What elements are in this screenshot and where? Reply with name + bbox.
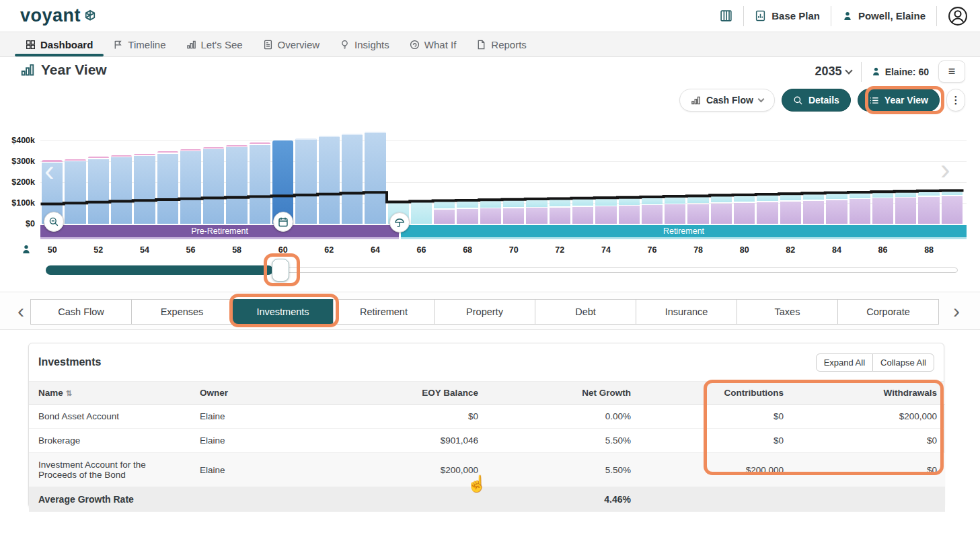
collapse-all-button[interactable]: Collapse All xyxy=(872,353,934,372)
year-slider[interactable] xyxy=(46,263,958,277)
category-tab-investments[interactable]: Investments xyxy=(232,299,334,325)
slider-fill xyxy=(46,265,273,275)
nav-tab-what-if[interactable]: What If xyxy=(410,32,457,56)
y-axis-label: $100k xyxy=(3,198,35,208)
category-tab-insurance[interactable]: Insurance xyxy=(636,299,737,325)
chevron-down-icon xyxy=(845,67,852,74)
bar-chart-icon xyxy=(691,95,701,106)
zoom-out-button[interactable] xyxy=(44,212,64,232)
category-tab-debt[interactable]: Debt xyxy=(535,299,636,325)
category-tab-strip: ‹ Cash FlowExpensesInvestmentsRetirement… xyxy=(0,292,980,330)
library-icon[interactable] xyxy=(720,9,732,22)
age-tick-54: 54 xyxy=(140,245,149,255)
page-title: Year View xyxy=(41,62,107,78)
tabs-scroll-right-icon[interactable]: › xyxy=(945,298,968,325)
col-name[interactable]: Name⇅ xyxy=(29,382,190,405)
age-tick-70: 70 xyxy=(509,245,519,255)
nav-tab-insights[interactable]: Insights xyxy=(340,32,389,56)
col-eoy-balance[interactable]: EOY Balance xyxy=(338,382,486,405)
category-tabs: Cash FlowExpensesInvestmentsRetirementPr… xyxy=(30,299,939,325)
cell-withdrawals: $0 xyxy=(792,453,945,487)
nav-tab-label: Overview xyxy=(278,39,320,50)
header-divider xyxy=(743,6,744,26)
selected-year-marker[interactable] xyxy=(273,212,293,232)
cell-withdrawals: $0 xyxy=(792,429,945,453)
page-title-row: Year View xyxy=(20,62,107,78)
details-label: Details xyxy=(808,95,839,106)
avatar-icon[interactable] xyxy=(948,6,968,26)
more-options-button[interactable]: ⋮ xyxy=(946,89,965,112)
nav-tab-label: What If xyxy=(424,39,457,50)
dashboard-icon xyxy=(26,40,36,50)
col-net-growth[interactable]: Net Growth xyxy=(486,382,639,405)
age-tick-88: 88 xyxy=(924,245,934,255)
pre-retirement-band: Pre-Retirement xyxy=(40,225,399,239)
tabs-scroll-left-icon[interactable]: ‹ xyxy=(9,298,32,325)
category-tab-property[interactable]: Property xyxy=(434,299,535,325)
nav-tab-dashboard[interactable]: Dashboard xyxy=(26,32,93,56)
investment-row[interactable]: Brokerage Elaine $901,046 5.50% $0 $0 xyxy=(29,429,945,453)
category-tab-retirement[interactable]: Retirement xyxy=(333,299,435,325)
year-view-button[interactable]: Year View xyxy=(858,89,940,112)
nav-tab-overview[interactable]: Overview xyxy=(263,32,320,56)
year-view-label: Year View xyxy=(884,95,928,106)
col-contributions[interactable]: Contributions xyxy=(639,382,792,405)
nav-tab-label: Dashboard xyxy=(40,39,93,50)
retirement-marker[interactable] xyxy=(389,212,410,233)
cell-contributions: $200,000 xyxy=(639,453,792,487)
col-owner[interactable]: Owner xyxy=(190,382,338,405)
y-axis-label: $300k xyxy=(3,157,35,166)
base-plan-button[interactable]: Base Plan xyxy=(755,10,820,22)
insights-icon xyxy=(340,40,350,50)
cell-owner: Elaine xyxy=(190,429,338,453)
category-tab-cash-flow[interactable]: Cash Flow xyxy=(30,299,132,325)
chart-type-label: Cash Flow xyxy=(706,95,753,106)
chart-scroll-left-icon[interactable]: ‹ xyxy=(44,156,54,185)
cell-contributions: $0 xyxy=(639,429,792,453)
nav-tab-label: Reports xyxy=(491,39,527,50)
age-axis: 5052545658606264666870727476788082848688 xyxy=(0,245,980,256)
cell-net-growth: 0.00% xyxy=(486,405,639,429)
total-line-series xyxy=(40,126,967,227)
person-icon xyxy=(21,244,32,255)
investment-row[interactable]: Investment Account for the Proceeds of t… xyxy=(29,453,945,487)
average-growth-row: Average Growth Rate 4.46% xyxy=(29,487,945,512)
category-tab-taxes[interactable]: Taxes xyxy=(737,299,838,325)
age-tick-52: 52 xyxy=(93,245,103,255)
title-divider xyxy=(861,62,862,82)
nav-tab-label: Insights xyxy=(354,39,389,50)
user-name-label: Powell, Elaine xyxy=(858,10,926,22)
chart-menu-button[interactable]: ≡ xyxy=(938,60,965,83)
year-selector-value: 2035 xyxy=(815,65,842,79)
expand-all-button[interactable]: Expand All xyxy=(816,353,873,372)
reports-icon xyxy=(476,40,486,50)
cell-net-growth: 5.50% xyxy=(486,453,639,487)
search-icon xyxy=(793,95,803,106)
header-divider xyxy=(936,6,937,26)
card-title: Investments xyxy=(38,356,101,368)
nav-tab-reports[interactable]: Reports xyxy=(476,32,527,56)
y-axis-label: $200k xyxy=(3,177,35,187)
retirement-band: Retirement xyxy=(401,225,967,239)
age-tick-58: 58 xyxy=(232,245,241,255)
age-tick-64: 64 xyxy=(371,245,380,255)
category-tab-expenses[interactable]: Expenses xyxy=(131,299,233,325)
details-button[interactable]: Details xyxy=(782,89,851,112)
nav-tab-let-s-see[interactable]: Let's See xyxy=(186,32,243,56)
col-withdrawals[interactable]: Withdrawals xyxy=(792,382,945,405)
umbrella-icon xyxy=(394,217,405,228)
timeline-chart[interactable]: ‹ › Pre-Retirement Retirement $0$100k$20… xyxy=(0,126,980,242)
chart-type-dropdown[interactable]: Cash Flow xyxy=(679,89,775,112)
slider-thumb[interactable] xyxy=(272,259,289,282)
timeline-icon xyxy=(113,40,123,50)
nav-tab-label: Timeline xyxy=(128,39,165,50)
chevron-down-icon xyxy=(757,95,764,102)
user-menu[interactable]: Powell, Elaine xyxy=(842,10,926,22)
nav-tab-timeline[interactable]: Timeline xyxy=(113,32,165,56)
investment-row[interactable]: Bond Asset Account Elaine $0 0.00% $0 $2… xyxy=(29,405,945,429)
hamburger-icon: ≡ xyxy=(948,65,956,79)
year-view-chart-icon xyxy=(20,62,35,77)
category-tab-corporate[interactable]: Corporate xyxy=(837,299,939,325)
chart-scroll-right-icon[interactable]: › xyxy=(940,155,950,184)
year-selector[interactable]: 2035 xyxy=(815,65,852,79)
